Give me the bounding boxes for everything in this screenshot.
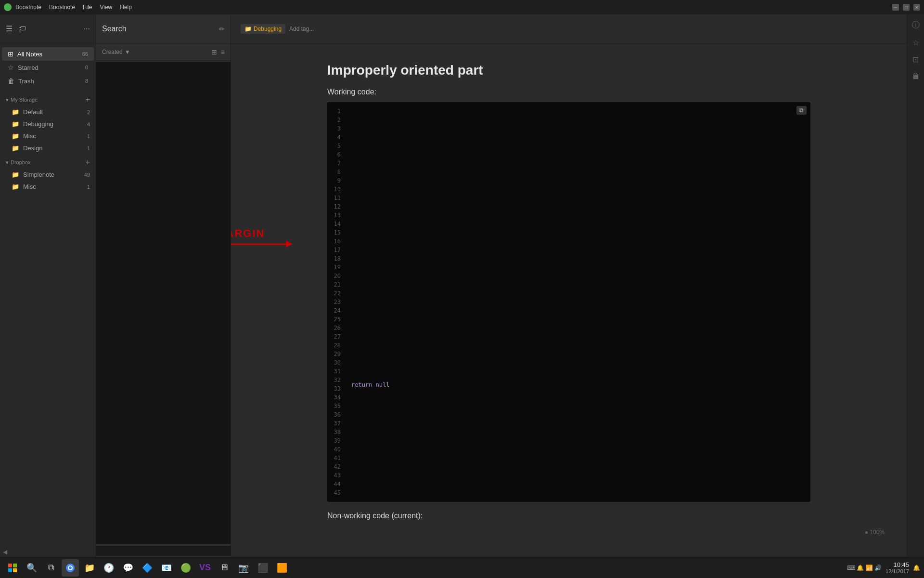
sidebar-section-dropbox[interactable]: ▾ Dropbox + bbox=[0, 154, 96, 169]
sidebar-item-trash[interactable]: 🗑 Trash 8 bbox=[2, 74, 94, 88]
taskbar-right: ⌨ 🔔 📶 🔊 10:45 12/1/2017 🔔 bbox=[847, 561, 920, 574]
folder-design-icon: 📁 bbox=[12, 144, 19, 152]
app3-icon[interactable]: 📷 bbox=[235, 559, 252, 577]
notification-icon[interactable]: 🔔 bbox=[913, 565, 920, 571]
close-button[interactable]: ✕ bbox=[913, 4, 920, 11]
sidebar-folder-dropbox-misc[interactable]: 📁 Misc 1 bbox=[0, 181, 96, 193]
huge-margin-left-label: HUGE MARGIN bbox=[231, 227, 265, 240]
app-body: ☰ 🏷 ··· ⊞ All Notes 66 ☆ Starred 0 🗑 Tra… bbox=[0, 14, 924, 557]
tag-icon[interactable]: 🏷 bbox=[18, 25, 26, 33]
system-icons: ⌨ 🔔 📶 🔊 bbox=[847, 565, 882, 571]
vs-icon[interactable]: VS bbox=[196, 559, 214, 577]
search-label: Search bbox=[102, 25, 215, 33]
folder-misc-icon: 📁 bbox=[12, 132, 19, 140]
sidebar-folder-misc[interactable]: 📁 Misc 1 bbox=[0, 130, 96, 142]
sidebar-folder-design[interactable]: 📁 Design 1 bbox=[0, 142, 96, 154]
list-view-icon[interactable]: ≡ bbox=[221, 48, 225, 56]
dropbox-add-icon[interactable]: + bbox=[86, 158, 90, 167]
sidebar-nav: ⊞ All Notes 66 ☆ Starred 0 🗑 Trash 8 bbox=[0, 43, 96, 92]
copy-code-button[interactable]: ⧉ bbox=[796, 106, 807, 115]
taskbar-time: 10:45 bbox=[886, 561, 909, 568]
taskbar-clock: 10:45 12/1/2017 bbox=[886, 561, 909, 574]
sidebar-folder-simplenote[interactable]: 📁 Simplenote 49 bbox=[0, 169, 96, 181]
sidebar-starred-count: 0 bbox=[85, 65, 88, 70]
taskview-icon[interactable]: ⧉ bbox=[42, 559, 60, 577]
info-icon[interactable]: ⓘ bbox=[912, 20, 920, 30]
dropbox-folders: 📁 Simplenote 49 📁 Misc 1 bbox=[0, 169, 96, 193]
titlebar-title: Boostnote bbox=[15, 4, 41, 11]
note-item-2[interactable] bbox=[96, 546, 231, 556]
terminal-icon[interactable]: ⬛ bbox=[254, 559, 271, 577]
right-star-icon[interactable]: ☆ bbox=[912, 38, 919, 47]
folder-debugging-label: Debugging bbox=[23, 120, 53, 128]
grid-view-icon[interactable]: ⊞ bbox=[211, 48, 217, 56]
statusbar: ● 100% bbox=[865, 529, 885, 536]
start-button[interactable] bbox=[4, 559, 21, 577]
svg-point-6 bbox=[69, 566, 72, 569]
sidebar-collapse-button[interactable]: ◀ bbox=[0, 547, 10, 557]
code-content: return null bbox=[346, 102, 810, 502]
search-taskbar-icon[interactable]: 🔍 bbox=[23, 559, 40, 577]
teams-icon[interactable]: 🟢 bbox=[177, 559, 194, 577]
folder-dropbox-misc-count: 1 bbox=[87, 184, 90, 190]
tag-folder-icon: 📁 bbox=[244, 26, 252, 32]
sort-icons: ⊞ ≡ bbox=[211, 48, 225, 56]
trash-icon: 🗑 bbox=[8, 77, 14, 85]
zoom-value: 100% bbox=[870, 529, 885, 536]
sidebar-dropbox-label: Dropbox bbox=[11, 159, 31, 165]
note-list-sort-bar: Created ▼ ⊞ ≡ bbox=[96, 43, 231, 61]
sort-label[interactable]: Created bbox=[102, 49, 123, 55]
app1-icon[interactable]: 🔷 bbox=[139, 559, 156, 577]
new-note-icon[interactable]: ✏ bbox=[219, 25, 225, 33]
note-item-1[interactable] bbox=[96, 62, 231, 544]
svg-rect-0 bbox=[8, 564, 12, 567]
editor-tag-debugging[interactable]: 📁 Debugging bbox=[241, 24, 285, 34]
menu-view[interactable]: View bbox=[100, 4, 112, 11]
app2-icon[interactable]: 🖥 bbox=[216, 559, 233, 577]
mystorage-add-icon[interactable]: + bbox=[86, 95, 90, 104]
huge-margin-left-annotation: HUGE MARGIN bbox=[231, 227, 289, 245]
sort-arrow: ▼ bbox=[125, 49, 130, 55]
folder-misc-count: 1 bbox=[87, 133, 90, 139]
editor-content: HUGE MARGIN Improperly oriented part Wor… bbox=[231, 43, 907, 557]
maximize-button[interactable]: □ bbox=[903, 4, 910, 11]
split-view-icon[interactable]: ⊡ bbox=[912, 55, 919, 64]
minimize-button[interactable]: ─ bbox=[892, 4, 899, 11]
sidebar-folder-debugging[interactable]: 📁 Debugging 4 bbox=[0, 118, 96, 130]
chrome-icon[interactable] bbox=[62, 559, 79, 577]
sidebar-starred-label: Starred bbox=[18, 64, 38, 71]
more-icon[interactable]: ··· bbox=[84, 25, 90, 33]
right-sidebar: ⓘ ☆ ⊡ 🗑 bbox=[907, 14, 924, 557]
folder-dropbox-misc-icon: 📁 bbox=[12, 183, 19, 190]
right-trash-icon[interactable]: 🗑 bbox=[912, 72, 920, 80]
huge-margin-left-arrow bbox=[231, 244, 289, 245]
sidebar-item-allnotes[interactable]: ⊞ All Notes 66 bbox=[2, 47, 94, 61]
outlook-icon[interactable]: 📧 bbox=[158, 559, 175, 577]
taskbar-date: 12/1/2017 bbox=[886, 568, 909, 574]
sidebar-item-starred[interactable]: ☆ Starred 0 bbox=[2, 61, 94, 74]
note-list-panel: Search ✏ Created ▼ ⊞ ≡ bbox=[96, 14, 231, 557]
line-numbers: 12345 678910 1112131415 1617181920 21222… bbox=[327, 102, 346, 502]
sidebar-section-mystorage[interactable]: ▾ My Storage + bbox=[0, 92, 96, 106]
sidebar: ☰ 🏷 ··· ⊞ All Notes 66 ☆ Starred 0 🗑 Tra… bbox=[0, 14, 96, 557]
mystorage-arrow-icon: ▾ bbox=[6, 97, 9, 103]
clock-icon[interactable]: 🕐 bbox=[100, 559, 117, 577]
add-tag-button[interactable]: Add tag... bbox=[289, 26, 314, 32]
tag-label: Debugging bbox=[254, 26, 282, 32]
sidebar-trash-count: 8 bbox=[85, 78, 88, 84]
menu-help[interactable]: Help bbox=[120, 4, 132, 11]
sidebar-folder-default[interactable]: 📁 Default 2 bbox=[0, 106, 96, 118]
file-explorer-icon[interactable]: 📁 bbox=[81, 559, 98, 577]
sidebar-trash-label: Trash bbox=[18, 78, 34, 85]
mystorage-folders: 📁 Default 2 📁 Debugging 4 📁 Misc 1 📁 Des… bbox=[0, 106, 96, 154]
folder-debugging-count: 4 bbox=[87, 121, 90, 127]
dropbox-arrow-icon: ▾ bbox=[6, 159, 9, 166]
editor-area: 📁 Debugging Add tag... HUGE MARGIN Impro… bbox=[231, 14, 907, 557]
sidebar-allnotes-label: All Notes bbox=[17, 51, 42, 58]
zoom-label: ● bbox=[865, 529, 870, 536]
hamburger-icon[interactable]: ☰ bbox=[6, 24, 13, 33]
skype-icon[interactable]: 💬 bbox=[119, 559, 137, 577]
app4-icon[interactable]: 🟧 bbox=[273, 559, 291, 577]
menu-boostnote[interactable]: Boostnote bbox=[49, 4, 75, 11]
menu-file[interactable]: File bbox=[83, 4, 92, 11]
